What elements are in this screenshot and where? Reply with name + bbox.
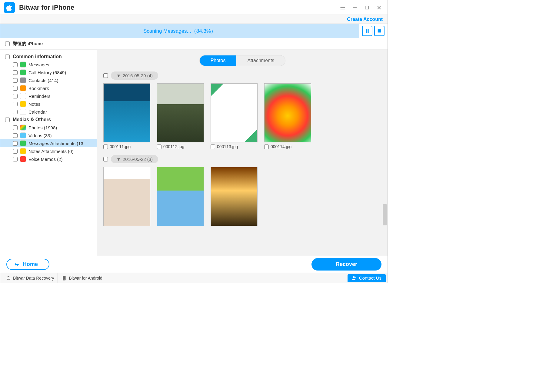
footer-link-data-recovery[interactable]: Bitwar Data Recovery (2, 273, 58, 283)
sidebar-section-header[interactable]: Medias & Others (0, 116, 97, 124)
item-checkbox[interactable] (13, 157, 18, 161)
thumbnail-meta: 000111.jpg (103, 144, 150, 149)
item-checkbox[interactable] (13, 78, 18, 83)
thumbnail-image[interactable] (103, 83, 150, 142)
thumbnail-checkbox[interactable] (157, 145, 161, 149)
svg-rect-8 (368, 29, 368, 33)
group-header: ▼2016-05-22 (3) (103, 155, 381, 163)
thumbnail-meta: 000112.jpg (157, 144, 204, 149)
thumbnail-checkbox[interactable] (264, 145, 269, 149)
item-checkbox[interactable] (13, 62, 18, 67)
stop-button[interactable] (374, 26, 385, 36)
app-logo (4, 2, 15, 13)
tab-attachments[interactable]: Attachments (236, 55, 285, 66)
thumbnail-image[interactable] (264, 83, 311, 142)
gallery: ▼2016-05-29 (4)000111.jpg000112.jpg00011… (97, 69, 388, 256)
category-icon (20, 101, 26, 107)
group-toggle[interactable]: ▼2016-05-22 (3) (111, 155, 158, 163)
category-icon (20, 132, 26, 138)
item-checkbox[interactable] (13, 149, 18, 154)
device-row: 郑恒的 iPhone (0, 38, 388, 50)
item-checkbox[interactable] (13, 125, 18, 130)
category-icon (20, 85, 26, 91)
thumbnail-filename: 000111.jpg (110, 144, 131, 149)
item-checkbox[interactable] (13, 86, 18, 91)
sidebar-item-label: Reminders (28, 94, 51, 99)
scrollbar-thumb[interactable] (383, 204, 387, 225)
main-panel: Photos Attachments ▼2016-05-29 (4)000111… (97, 50, 388, 256)
thumbnail-checkbox[interactable] (211, 145, 215, 149)
sidebar-item-label: Voice Memos (2) (28, 157, 63, 162)
section-checkbox[interactable] (5, 118, 10, 122)
home-button[interactable]: Home (6, 259, 49, 270)
thumbnail-item: 000114.jpg (264, 83, 311, 149)
sidebar-item-label: Messages Attachments (13 (28, 141, 83, 146)
minimize-button[interactable] (349, 2, 361, 14)
item-checkbox[interactable] (13, 94, 18, 98)
section-title: Medias & Others (13, 117, 51, 122)
menu-icon[interactable] (337, 2, 349, 14)
category-icon (20, 61, 26, 68)
group-header: ▼2016-05-29 (4) (103, 71, 381, 80)
section-checkbox[interactable] (5, 55, 10, 59)
thumbnail-image[interactable] (211, 167, 258, 226)
section-title: Common information (13, 54, 62, 59)
thumbnail-image[interactable] (157, 83, 204, 142)
sidebar-item[interactable]: Messages (0, 61, 97, 68)
contact-us-button[interactable]: Contact Us (348, 274, 386, 282)
sidebar-item[interactable]: Bookmark (0, 84, 97, 92)
sidebar-item[interactable]: Notes Attachments (0) (0, 147, 97, 155)
thumbnail-image[interactable] (157, 167, 204, 226)
scan-bar: Scaning Messages...（84.3%） (0, 24, 388, 38)
sidebar-item-label: Bookmark (28, 86, 49, 91)
scan-controls (359, 24, 388, 38)
thumbnail-image[interactable] (103, 167, 150, 226)
group-title: 2016-05-29 (4) (123, 73, 153, 78)
sidebar-item[interactable]: Notes (0, 100, 97, 108)
thumbnail-row (103, 167, 381, 226)
sidebar-item[interactable]: Messages Attachments (13 (0, 139, 97, 147)
thumbnail-checkbox[interactable] (103, 145, 108, 149)
item-checkbox[interactable] (13, 110, 18, 114)
thumbnail-image[interactable] (211, 83, 258, 142)
sidebar-item[interactable]: Call History (6849) (0, 68, 97, 76)
category-icon (20, 140, 26, 146)
thumbnail-item: 000113.jpg (211, 83, 258, 149)
chevron-down-icon: ▼ (116, 157, 121, 162)
item-checkbox[interactable] (13, 141, 18, 146)
footer-link-android[interactable]: Bitwar for Android (58, 273, 106, 283)
group-checkbox[interactable] (103, 73, 108, 78)
svg-point-12 (353, 276, 355, 278)
sidebar-item[interactable]: Voice Memos (2) (0, 155, 97, 163)
home-button-label: Home (23, 261, 38, 267)
item-checkbox[interactable] (13, 70, 18, 75)
group-toggle[interactable]: ▼2016-05-29 (4) (111, 71, 158, 80)
sidebar-item[interactable]: Photos (1998) (0, 124, 97, 131)
sidebar-item[interactable]: Videos (33) (0, 131, 97, 139)
close-button[interactable] (373, 2, 385, 14)
pause-button[interactable] (362, 26, 372, 36)
device-checkbox[interactable] (5, 42, 10, 46)
item-checkbox[interactable] (13, 102, 18, 106)
recover-button[interactable]: Recover (311, 258, 381, 271)
create-account-link[interactable]: Create Account (347, 17, 383, 22)
sidebar-item[interactable]: Reminders (0, 92, 97, 100)
thumbnail-item (157, 167, 204, 226)
category-icon (20, 93, 26, 99)
sidebar-item-label: Contacts (414) (28, 78, 58, 83)
group-checkbox[interactable] (103, 157, 108, 161)
item-checkbox[interactable] (13, 133, 18, 138)
account-row: Create Account (0, 15, 388, 24)
sidebar-item[interactable]: Contacts (414) (0, 76, 97, 84)
tab-photos[interactable]: Photos (200, 55, 237, 66)
sidebar-item-label: Photos (1998) (28, 125, 57, 130)
app-title: Bitwar for iPhone (19, 4, 74, 12)
tabs: Photos Attachments (97, 50, 388, 69)
maximize-button[interactable] (361, 2, 373, 14)
category-icon (20, 109, 26, 115)
category-icon (20, 125, 26, 131)
sidebar-item-label: Call History (6849) (28, 70, 66, 75)
thumbnail-filename: 000112.jpg (163, 144, 184, 149)
sidebar-section-header[interactable]: Common information (0, 53, 97, 61)
sidebar-item[interactable]: Calendar (0, 108, 97, 116)
